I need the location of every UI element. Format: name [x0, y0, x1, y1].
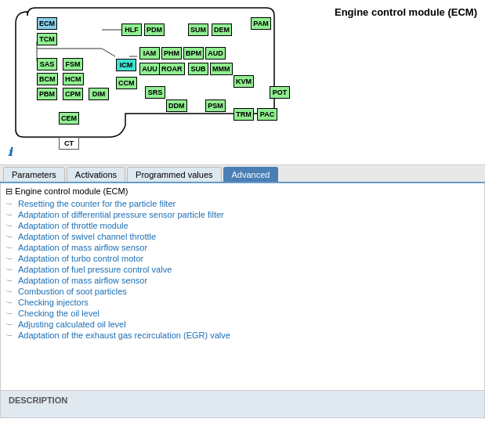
node-bcm: BCM — [37, 73, 58, 85]
tree-items-container: Resetting the counter for the particle f… — [5, 198, 480, 341]
node-pac: PAC — [257, 108, 277, 121]
tree-item[interactable]: Adjusting calculated oil level — [5, 319, 480, 330]
expand-icon: ⊟ — [5, 186, 15, 196]
tree-root: ⊟ Engine control module (ECM) — [5, 186, 480, 197]
tree-root-label: Engine control module (ECM) — [15, 186, 128, 196]
diagram-area: Engine control module (ECM) ECM TCM SAS … — [0, 0, 485, 164]
tree-item[interactable]: Adaptation of turbo control motor — [5, 253, 480, 264]
node-ecm: ECM — [37, 17, 57, 30]
tree-item[interactable]: Adaptation of throttle module — [5, 220, 480, 231]
node-roar: ROAR — [159, 63, 185, 75]
description-area: DESCRIPTION — [0, 391, 485, 418]
node-pam: PAM — [251, 17, 271, 30]
node-hlf: HLF — [121, 23, 142, 36]
node-pbm: PBM — [37, 88, 57, 100]
tree-item[interactable]: Adaptation of fuel pressure control valv… — [5, 264, 480, 275]
node-tcm: TCM — [37, 33, 57, 45]
node-phm: PHM — [161, 47, 182, 60]
node-dem: DEM — [212, 23, 232, 36]
info-icon[interactable]: ℹ — [8, 146, 20, 158]
node-sas: SAS — [37, 58, 57, 70]
tree-item[interactable]: Adaptation of mass airflow sensor — [5, 242, 480, 253]
tree-area: ⊟ Engine control module (ECM) Resetting … — [0, 183, 485, 391]
tree-item[interactable]: Resetting the counter for the particle f… — [5, 198, 480, 209]
tab-parameters[interactable]: Parameters — [3, 167, 65, 182]
node-sub: SUB — [188, 63, 208, 75]
node-trm: TRM — [233, 108, 254, 121]
description-label: DESCRIPTION — [9, 396, 67, 405]
node-pot: POT — [270, 86, 290, 99]
tree-item[interactable]: Adaptation of differential pressure sens… — [5, 209, 480, 220]
node-cem: CEM — [59, 112, 79, 125]
node-dim: DIM — [89, 88, 109, 100]
tab-programmed-values[interactable]: Programmed values — [127, 167, 221, 182]
node-ct: CT — [59, 137, 79, 150]
tree-item[interactable]: Adaptation of swivel channel throttle — [5, 231, 480, 242]
tab-activations[interactable]: Activations — [67, 167, 125, 182]
svg-line-3 — [102, 49, 115, 56]
tab-advanced[interactable]: Advanced — [223, 167, 279, 182]
node-fsm: FSM — [63, 58, 83, 70]
ecm-title: Engine control module (ECM) — [335, 6, 477, 18]
node-hcm: HCM — [63, 73, 84, 85]
node-mmm: MMM — [210, 63, 233, 75]
tabs-bar: Parameters Activations Programmed values… — [0, 164, 485, 183]
node-icm: ICM — [116, 59, 136, 71]
node-bpm: BPM — [183, 47, 204, 60]
tree-item[interactable]: Adaptation of mass airflow sensor — [5, 275, 480, 286]
node-auu: AUU — [139, 63, 160, 75]
node-ccm: CCM — [116, 77, 137, 89]
node-sum: SUM — [188, 23, 208, 36]
tree-item[interactable]: Adaptation of the exhaust gas recirculat… — [5, 330, 480, 341]
tree-item[interactable]: Combustion of soot particles — [5, 286, 480, 297]
node-iam: IAM — [139, 47, 160, 60]
node-psm: PSM — [205, 99, 226, 112]
node-kvm: KVM — [233, 75, 254, 88]
node-ddm: DDM — [166, 99, 187, 112]
tree-item[interactable]: Checking the oil level — [5, 308, 480, 319]
tree-item[interactable]: Checking injectors — [5, 297, 480, 308]
node-srs: SRS — [145, 86, 165, 99]
node-cpm: CPM — [63, 88, 83, 100]
node-pdm: PDM — [144, 23, 165, 36]
node-aud: AUD — [205, 47, 226, 60]
